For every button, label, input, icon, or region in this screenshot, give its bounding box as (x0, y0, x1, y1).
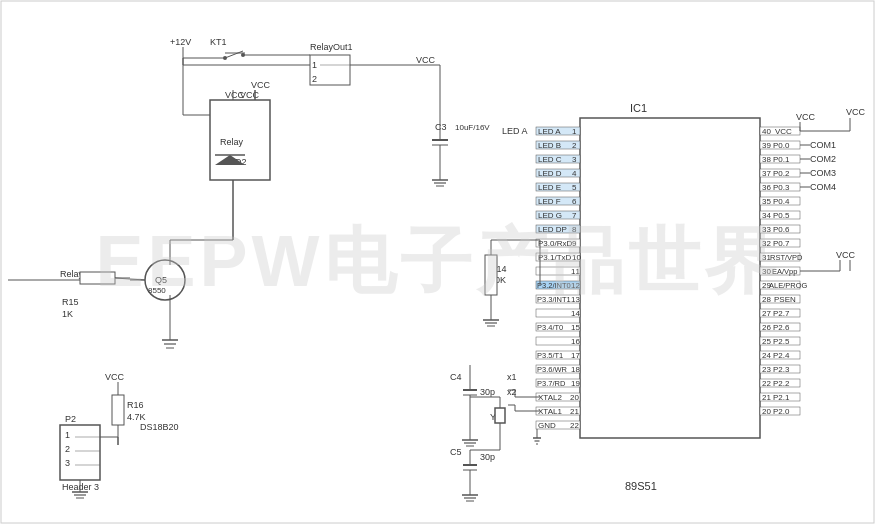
svg-text:Header 3: Header 3 (62, 482, 99, 492)
svg-text:19: 19 (571, 379, 580, 388)
svg-text:P0.1: P0.1 (773, 155, 790, 164)
svg-text:LED F: LED F (538, 197, 561, 206)
svg-text:9: 9 (572, 239, 577, 248)
svg-text:8550: 8550 (148, 286, 166, 295)
svg-text:EA/Vpp: EA/Vpp (772, 267, 797, 276)
svg-rect-252 (485, 255, 497, 295)
svg-text:P3.0/RxD: P3.0/RxD (538, 239, 572, 248)
svg-text:P3.2/INT0: P3.2/INT0 (537, 281, 571, 290)
svg-text:8: 8 (572, 225, 577, 234)
svg-text:RST/VPD: RST/VPD (770, 253, 803, 262)
svg-text:21: 21 (762, 393, 771, 402)
svg-text:17: 17 (571, 351, 580, 360)
svg-text:11: 11 (571, 267, 580, 276)
svg-text:P0.2: P0.2 (773, 169, 790, 178)
svg-text:COM1: COM1 (810, 140, 836, 150)
svg-text:89S51: 89S51 (625, 480, 657, 492)
svg-text:22: 22 (570, 421, 579, 430)
svg-text:P2.0: P2.0 (773, 407, 790, 416)
svg-text:PSEN: PSEN (774, 295, 796, 304)
svg-text:6: 6 (572, 197, 577, 206)
svg-text:14: 14 (571, 309, 580, 318)
svg-text:LED G: LED G (538, 211, 562, 220)
svg-text:LED D: LED D (538, 169, 562, 178)
svg-text:COM2: COM2 (810, 154, 836, 164)
svg-text:VCC: VCC (416, 55, 436, 65)
svg-text:18: 18 (571, 365, 580, 374)
svg-text:VCC: VCC (251, 80, 271, 90)
svg-text:C4: C4 (450, 372, 462, 382)
svg-text:LED A: LED A (502, 126, 528, 136)
svg-text:P3.4/T0: P3.4/T0 (537, 323, 563, 332)
svg-text:20: 20 (762, 407, 771, 416)
svg-text:30: 30 (762, 267, 771, 276)
svg-text:VCC: VCC (775, 127, 792, 136)
svg-text:P3.3/INT1: P3.3/INT1 (537, 295, 571, 304)
svg-text:39: 39 (762, 141, 771, 150)
svg-text:36: 36 (762, 183, 771, 192)
svg-text:VCC: VCC (105, 372, 125, 382)
svg-text:P2.3: P2.3 (773, 365, 790, 374)
svg-text:15: 15 (571, 323, 580, 332)
svg-text:5: 5 (572, 183, 577, 192)
svg-text:4: 4 (572, 169, 577, 178)
svg-text:P3.5/T1: P3.5/T1 (537, 351, 563, 360)
svg-text:38: 38 (762, 155, 771, 164)
svg-text:P0.0: P0.0 (773, 141, 790, 150)
svg-text:COM3: COM3 (810, 168, 836, 178)
svg-text:Relay: Relay (220, 137, 244, 147)
svg-text:1K: 1K (62, 309, 73, 319)
svg-text:DS18B20: DS18B20 (140, 422, 179, 432)
svg-text:30p: 30p (480, 387, 495, 397)
svg-text:P2.1: P2.1 (773, 393, 790, 402)
svg-text:Q5: Q5 (155, 275, 167, 285)
svg-text:10: 10 (572, 253, 581, 262)
svg-text:XTAL2: XTAL2 (538, 393, 562, 402)
svg-text:LED A: LED A (538, 127, 561, 136)
svg-text:1: 1 (65, 430, 70, 440)
svg-point-198 (223, 56, 227, 60)
svg-text:IC1: IC1 (630, 102, 647, 114)
svg-text:27: 27 (762, 309, 771, 318)
svg-text:P0.5: P0.5 (773, 211, 790, 220)
svg-text:2: 2 (572, 141, 577, 150)
svg-text:LED DP: LED DP (538, 225, 567, 234)
svg-text:24: 24 (762, 351, 771, 360)
svg-rect-2 (580, 118, 760, 438)
svg-text:35: 35 (762, 197, 771, 206)
svg-text:+12V: +12V (170, 37, 191, 47)
svg-text:1: 1 (572, 127, 577, 136)
svg-text:LED C: LED C (538, 155, 562, 164)
svg-rect-301 (112, 395, 124, 425)
svg-text:32: 32 (762, 239, 771, 248)
svg-rect-233 (80, 272, 115, 284)
svg-text:3: 3 (572, 155, 577, 164)
svg-text:2: 2 (65, 444, 70, 454)
svg-text:R16: R16 (127, 400, 144, 410)
svg-text:13: 13 (571, 295, 580, 304)
svg-text:P0.4: P0.4 (773, 197, 790, 206)
svg-text:x1: x1 (507, 372, 517, 382)
svg-text:P2.6: P2.6 (773, 323, 790, 332)
svg-text:COM4: COM4 (810, 182, 836, 192)
svg-text:25: 25 (762, 337, 771, 346)
svg-text:VCC: VCC (240, 90, 260, 100)
svg-text:7: 7 (572, 211, 577, 220)
svg-text:P2.5: P2.5 (773, 337, 790, 346)
svg-text:P3.6/WR: P3.6/WR (537, 365, 568, 374)
svg-text:XTAL1: XTAL1 (538, 407, 562, 416)
svg-text:P2.2: P2.2 (773, 379, 790, 388)
svg-text:34: 34 (762, 211, 771, 220)
svg-text:GND: GND (538, 421, 556, 430)
schematic-container: EEPW电子产品世界 IC1 89S51 LED A LED A 1 LED B… (0, 0, 875, 524)
svg-text:16: 16 (571, 337, 580, 346)
svg-text:21: 21 (570, 407, 579, 416)
svg-text:P2.4: P2.4 (773, 351, 790, 360)
svg-text:VCC: VCC (846, 107, 866, 117)
svg-text:P0.6: P0.6 (773, 225, 790, 234)
svg-text:C5: C5 (450, 447, 462, 457)
svg-text:1: 1 (312, 60, 317, 70)
svg-text:20: 20 (570, 393, 579, 402)
svg-text:28: 28 (762, 295, 771, 304)
svg-text:3: 3 (65, 458, 70, 468)
